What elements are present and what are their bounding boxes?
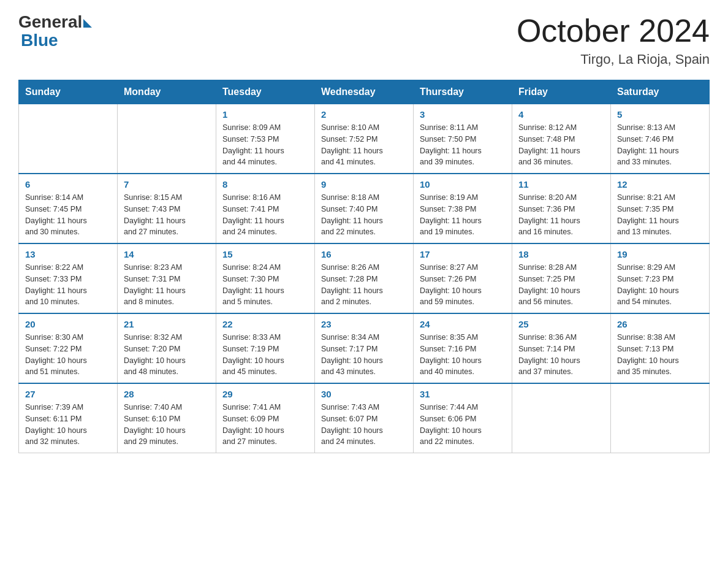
month-title: October 2024	[517, 12, 710, 49]
calendar-cell: 5Sunrise: 8:13 AM Sunset: 7:46 PM Daylig…	[611, 104, 710, 174]
calendar-cell: 14Sunrise: 8:23 AM Sunset: 7:31 PM Dayli…	[118, 243, 216, 313]
day-info: Sunrise: 8:29 AM Sunset: 7:23 PM Dayligh…	[617, 262, 703, 308]
day-number: 20	[25, 319, 111, 329]
calendar-cell: 7Sunrise: 8:15 AM Sunset: 7:43 PM Daylig…	[118, 174, 216, 243]
calendar-cell: 8Sunrise: 8:16 AM Sunset: 7:41 PM Daylig…	[216, 174, 315, 243]
title-block: October 2024 Tirgo, La Rioja, Spain	[517, 12, 710, 67]
day-number: 3	[420, 109, 506, 120]
day-info: Sunrise: 8:22 AM Sunset: 7:33 PM Dayligh…	[25, 262, 111, 308]
day-info: Sunrise: 7:39 AM Sunset: 6:11 PM Dayligh…	[25, 402, 111, 448]
day-info: Sunrise: 7:41 AM Sunset: 6:09 PM Dayligh…	[222, 402, 308, 448]
calendar-cell: 21Sunrise: 8:32 AM Sunset: 7:20 PM Dayli…	[118, 313, 216, 383]
day-number: 22	[222, 319, 308, 329]
day-number: 7	[124, 179, 210, 190]
logo-arrow-icon	[83, 19, 92, 28]
day-info: Sunrise: 8:12 AM Sunset: 7:48 PM Dayligh…	[518, 122, 604, 168]
day-info: Sunrise: 8:10 AM Sunset: 7:52 PM Dayligh…	[321, 122, 407, 168]
day-info: Sunrise: 8:32 AM Sunset: 7:20 PM Dayligh…	[124, 332, 210, 378]
day-number: 29	[222, 389, 308, 399]
weekday-header-wednesday: Wednesday	[315, 80, 414, 104]
day-info: Sunrise: 7:40 AM Sunset: 6:10 PM Dayligh…	[124, 402, 210, 448]
weekday-header-friday: Friday	[512, 80, 611, 104]
calendar-cell: 1Sunrise: 8:09 AM Sunset: 7:53 PM Daylig…	[216, 104, 315, 174]
day-number: 2	[321, 109, 407, 120]
calendar-cell: 31Sunrise: 7:44 AM Sunset: 6:06 PM Dayli…	[414, 383, 512, 453]
day-number: 15	[222, 249, 308, 259]
day-info: Sunrise: 8:24 AM Sunset: 7:30 PM Dayligh…	[222, 262, 308, 308]
calendar-cell: 3Sunrise: 8:11 AM Sunset: 7:50 PM Daylig…	[414, 104, 512, 174]
day-number: 26	[617, 319, 703, 329]
calendar-cell: 25Sunrise: 8:36 AM Sunset: 7:14 PM Dayli…	[512, 313, 611, 383]
calendar-cell: 30Sunrise: 7:43 AM Sunset: 6:07 PM Dayli…	[315, 383, 414, 453]
calendar-cell: 16Sunrise: 8:26 AM Sunset: 7:28 PM Dayli…	[315, 243, 414, 313]
calendar-cell: 10Sunrise: 8:19 AM Sunset: 7:38 PM Dayli…	[414, 174, 512, 243]
calendar-cell: 19Sunrise: 8:29 AM Sunset: 7:23 PM Dayli…	[611, 243, 710, 313]
calendar-cell	[19, 104, 118, 174]
weekday-header-tuesday: Tuesday	[216, 80, 315, 104]
logo: General Blue	[18, 12, 92, 50]
calendar-cell: 29Sunrise: 7:41 AM Sunset: 6:09 PM Dayli…	[216, 383, 315, 453]
day-info: Sunrise: 8:13 AM Sunset: 7:46 PM Dayligh…	[617, 122, 703, 168]
day-number: 16	[321, 249, 407, 259]
day-number: 10	[420, 179, 506, 190]
day-number: 1	[222, 109, 308, 120]
day-info: Sunrise: 8:30 AM Sunset: 7:22 PM Dayligh…	[25, 332, 111, 378]
day-number: 21	[124, 319, 210, 329]
calendar-cell: 26Sunrise: 8:38 AM Sunset: 7:13 PM Dayli…	[611, 313, 710, 383]
day-info: Sunrise: 8:28 AM Sunset: 7:25 PM Dayligh…	[518, 262, 604, 308]
logo-general-text: General	[18, 12, 82, 32]
day-number: 19	[617, 249, 703, 259]
day-info: Sunrise: 8:16 AM Sunset: 7:41 PM Dayligh…	[222, 192, 308, 238]
day-number: 14	[124, 249, 210, 259]
calendar-cell: 18Sunrise: 8:28 AM Sunset: 7:25 PM Dayli…	[512, 243, 611, 313]
calendar-cell: 27Sunrise: 7:39 AM Sunset: 6:11 PM Dayli…	[19, 383, 118, 453]
location: Tirgo, La Rioja, Spain	[517, 52, 710, 67]
calendar-week-row: 20Sunrise: 8:30 AM Sunset: 7:22 PM Dayli…	[19, 313, 710, 383]
day-info: Sunrise: 8:34 AM Sunset: 7:17 PM Dayligh…	[321, 332, 407, 378]
day-info: Sunrise: 8:35 AM Sunset: 7:16 PM Dayligh…	[420, 332, 506, 378]
day-number: 13	[25, 249, 111, 259]
day-number: 25	[518, 319, 604, 329]
day-info: Sunrise: 8:36 AM Sunset: 7:14 PM Dayligh…	[518, 332, 604, 378]
day-number: 4	[518, 109, 604, 120]
calendar-cell: 23Sunrise: 8:34 AM Sunset: 7:17 PM Dayli…	[315, 313, 414, 383]
calendar-cell: 20Sunrise: 8:30 AM Sunset: 7:22 PM Dayli…	[19, 313, 118, 383]
weekday-header-thursday: Thursday	[414, 80, 512, 104]
calendar-cell	[118, 104, 216, 174]
day-info: Sunrise: 8:11 AM Sunset: 7:50 PM Dayligh…	[420, 122, 506, 168]
calendar-cell: 11Sunrise: 8:20 AM Sunset: 7:36 PM Dayli…	[512, 174, 611, 243]
day-number: 30	[321, 389, 407, 399]
day-number: 28	[124, 389, 210, 399]
day-number: 23	[321, 319, 407, 329]
day-info: Sunrise: 8:09 AM Sunset: 7:53 PM Dayligh…	[222, 122, 308, 168]
weekday-header-saturday: Saturday	[611, 80, 710, 104]
day-info: Sunrise: 8:14 AM Sunset: 7:45 PM Dayligh…	[25, 192, 111, 238]
day-info: Sunrise: 7:43 AM Sunset: 6:07 PM Dayligh…	[321, 402, 407, 448]
weekday-header-sunday: Sunday	[19, 80, 118, 104]
calendar-cell: 13Sunrise: 8:22 AM Sunset: 7:33 PM Dayli…	[19, 243, 118, 313]
day-number: 31	[420, 389, 506, 399]
day-info: Sunrise: 8:38 AM Sunset: 7:13 PM Dayligh…	[617, 332, 703, 378]
day-number: 6	[25, 179, 111, 190]
calendar-week-row: 6Sunrise: 8:14 AM Sunset: 7:45 PM Daylig…	[19, 174, 710, 243]
day-number: 18	[518, 249, 604, 259]
calendar-cell: 9Sunrise: 8:18 AM Sunset: 7:40 PM Daylig…	[315, 174, 414, 243]
calendar-week-row: 27Sunrise: 7:39 AM Sunset: 6:11 PM Dayli…	[19, 383, 710, 453]
day-number: 8	[222, 179, 308, 190]
day-info: Sunrise: 8:27 AM Sunset: 7:26 PM Dayligh…	[420, 262, 506, 308]
page-header: General Blue October 2024 Tirgo, La Rioj…	[18, 12, 710, 67]
day-info: Sunrise: 8:33 AM Sunset: 7:19 PM Dayligh…	[222, 332, 308, 378]
day-info: Sunrise: 7:44 AM Sunset: 6:06 PM Dayligh…	[420, 402, 506, 448]
calendar-cell: 4Sunrise: 8:12 AM Sunset: 7:48 PM Daylig…	[512, 104, 611, 174]
day-info: Sunrise: 8:18 AM Sunset: 7:40 PM Dayligh…	[321, 192, 407, 238]
weekday-header-monday: Monday	[118, 80, 216, 104]
calendar-cell: 22Sunrise: 8:33 AM Sunset: 7:19 PM Dayli…	[216, 313, 315, 383]
calendar-cell: 28Sunrise: 7:40 AM Sunset: 6:10 PM Dayli…	[118, 383, 216, 453]
calendar-cell: 6Sunrise: 8:14 AM Sunset: 7:45 PM Daylig…	[19, 174, 118, 243]
day-number: 9	[321, 179, 407, 190]
calendar-cell	[512, 383, 611, 453]
day-number: 11	[518, 179, 604, 190]
day-info: Sunrise: 8:21 AM Sunset: 7:35 PM Dayligh…	[617, 192, 703, 238]
calendar-week-row: 13Sunrise: 8:22 AM Sunset: 7:33 PM Dayli…	[19, 243, 710, 313]
day-info: Sunrise: 8:15 AM Sunset: 7:43 PM Dayligh…	[124, 192, 210, 238]
